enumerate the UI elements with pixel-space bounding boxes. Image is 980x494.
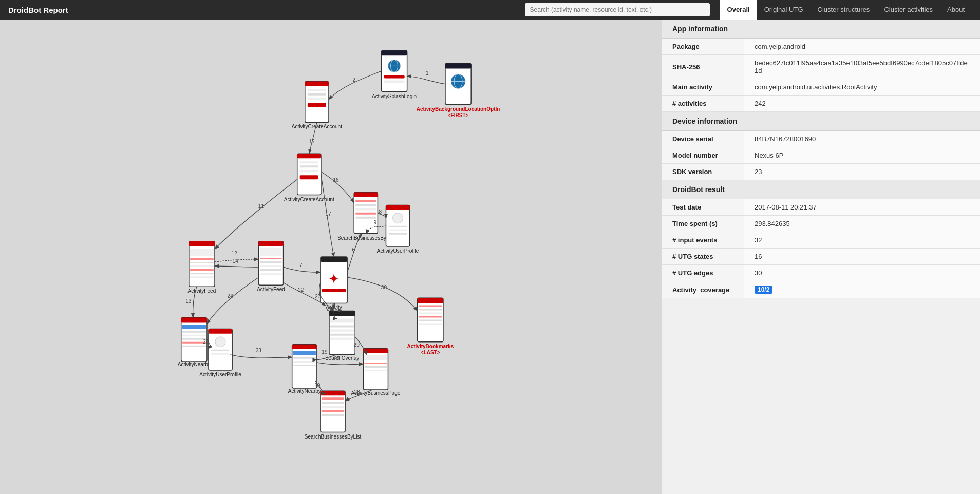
svg-text:SearchBusinessesByList: SearchBusinessesByList	[305, 434, 362, 440]
nav-cluster-structures[interactable]: Cluster structures	[811, 0, 877, 20]
nav-cluster-activities[interactable]: Cluster activities	[877, 0, 940, 20]
svg-rect-17	[305, 82, 329, 86]
svg-rect-54	[189, 241, 215, 287]
svg-rect-73	[419, 312, 442, 314]
svg-rect-121	[322, 410, 344, 412]
svg-rect-20	[308, 98, 326, 100]
svg-text:13: 13	[185, 298, 192, 304]
svg-rect-85	[330, 338, 354, 340]
val-device-serial: 84B7N16728001690	[744, 131, 980, 147]
svg-text:29: 29	[354, 342, 360, 348]
svg-text:SearchOverlay: SearchOverlay	[325, 355, 359, 361]
key-main-activity: Main activity	[662, 79, 744, 96]
svg-rect-24	[297, 154, 321, 158]
svg-point-40	[393, 213, 403, 223]
key-model-number: Model number	[662, 147, 744, 164]
key-test-date: Test date	[662, 199, 744, 216]
svg-text:<FIRST>: <FIRST>	[448, 112, 469, 118]
svg-text:ActivityFeed: ActivityFeed	[257, 287, 285, 292]
svg-text:20: 20	[314, 383, 321, 388]
val-sha256: bedec627fc011f95aa4caa1a35e1f03af5ee5bdf…	[744, 55, 980, 79]
table-row: SHA-256 bedec627fc011f95aa4caa1a35e1f03a…	[662, 55, 980, 79]
header: DroidBot Report Overall Original UTG Clu…	[0, 0, 980, 20]
svg-rect-72	[419, 309, 442, 310]
svg-text:17: 17	[325, 211, 331, 217]
svg-rect-32	[355, 200, 376, 202]
svg-text:24: 24	[228, 293, 234, 299]
table-row: Main activity com.yelp.android.ui.activi…	[662, 79, 980, 96]
svg-rect-28	[300, 175, 318, 179]
key-sha256: SHA-256	[662, 55, 744, 79]
svg-rect-71	[419, 305, 442, 307]
val-activity-coverage: 10/2	[744, 281, 980, 298]
table-row: Time spent (s) 293.842635	[662, 216, 980, 232]
svg-text:14: 14	[233, 258, 239, 264]
svg-rect-74	[419, 316, 442, 318]
svg-rect-27	[300, 170, 318, 172]
svg-rect-18	[308, 89, 326, 91]
svg-rect-119	[322, 402, 344, 404]
table-row: Package com.yelp.android	[662, 39, 980, 55]
svg-rect-80	[329, 311, 355, 316]
svg-text:ActivityNearby: ActivityNearby	[178, 362, 211, 367]
svg-text:ActivityBackgroundLocationOptI: ActivityBackgroundLocationOptIn	[417, 106, 500, 112]
svg-rect-99	[211, 350, 229, 351]
svg-text:6: 6	[352, 247, 355, 253]
svg-rect-41	[388, 226, 407, 227]
svg-text:ActivityBookmarks: ActivityBookmarks	[407, 344, 454, 349]
svg-rect-36	[355, 217, 376, 219]
device-info-table: Device serial 84B7N16728001690 Model num…	[662, 131, 980, 180]
val-main-activity: com.yelp.android.ui.activities.RootActiv…	[744, 79, 980, 96]
svg-rect-97	[209, 329, 232, 334]
svg-rect-109	[363, 349, 388, 390]
svg-rect-62	[190, 276, 214, 278]
svg-text:30: 30	[381, 284, 387, 290]
nav-original-utg[interactable]: Original UTG	[757, 0, 811, 20]
svg-rect-52	[260, 273, 281, 275]
svg-rect-58	[190, 262, 214, 263]
svg-rect-43	[388, 233, 407, 235]
table-row: Device serial 84B7N16728001690	[662, 131, 980, 147]
key-input-events: # input events	[662, 232, 744, 249]
svg-text:ActivityCreateAccount: ActivityCreateAccount	[284, 197, 334, 202]
svg-rect-94	[182, 346, 206, 347]
nav-about[interactable]: About	[940, 0, 972, 20]
svg-rect-75	[419, 320, 442, 321]
coverage-badge: 10/2	[755, 286, 772, 294]
svg-rect-35	[355, 213, 376, 215]
key-activity-coverage: Activity_coverage	[662, 281, 744, 298]
svg-text:28: 28	[354, 389, 361, 395]
svg-rect-88	[181, 318, 207, 323]
app-title: DroidBot Report	[8, 6, 68, 14]
svg-rect-105	[293, 357, 316, 359]
val-activities: 242	[744, 96, 980, 112]
svg-rect-84	[330, 334, 354, 336]
graph-area[interactable]: ActivityBackgroundLocationOptIn <FIRST> …	[0, 20, 662, 494]
svg-rect-67	[322, 289, 346, 292]
svg-rect-60	[190, 269, 214, 271]
svg-rect-13	[384, 75, 404, 78]
svg-rect-33	[355, 204, 376, 206]
svg-rect-112	[364, 363, 387, 364]
nav-overall[interactable]: Overall	[720, 0, 757, 20]
val-input-events: 32	[744, 232, 980, 249]
svg-text:16: 16	[333, 177, 339, 183]
val-sdk-version: 23	[744, 164, 980, 180]
search-input[interactable]	[525, 3, 710, 16]
info-panel: App information Package com.yelp.android…	[662, 20, 980, 494]
svg-rect-118	[322, 397, 344, 400]
svg-rect-92	[182, 338, 206, 340]
svg-text:7: 7	[299, 262, 303, 268]
svg-text:ActivityFeed: ActivityFeed	[188, 288, 216, 294]
svg-text:1: 1	[426, 70, 429, 76]
svg-text:12: 12	[232, 251, 238, 256]
svg-rect-93	[182, 342, 206, 344]
svg-rect-51	[260, 269, 281, 271]
svg-rect-113	[364, 366, 387, 368]
table-row: Model number Nexus 6P	[662, 147, 980, 164]
val-package: com.yelp.android	[744, 39, 980, 55]
table-row: # UTG edges 30	[662, 265, 980, 281]
svg-rect-61	[190, 273, 214, 274]
svg-rect-50	[260, 265, 281, 267]
key-activities: # activities	[662, 96, 744, 112]
